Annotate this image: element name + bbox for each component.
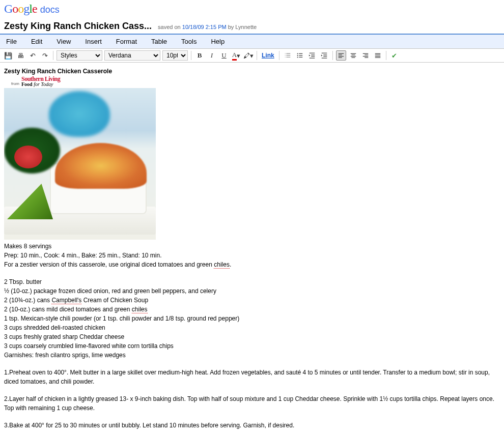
align-justify-icon[interactable] (373, 50, 383, 61)
save-info: saved on 10/18/09 2:15 PM by Lynnette (158, 24, 257, 30)
menu-table[interactable]: Table (149, 37, 169, 46)
menu-edit[interactable]: Edit (29, 37, 44, 46)
ingredient: 2 (10-oz.) cans mild diced tomatoes and … (4, 305, 500, 314)
separator (257, 51, 257, 60)
link-button[interactable]: Link (260, 50, 276, 61)
ingredient: 3 cups coarsely crumbled lime-flavored w… (4, 341, 500, 351)
saved-prefix: saved on (158, 24, 182, 30)
separator (332, 51, 333, 60)
docs-logo[interactable]: docs (40, 5, 60, 15)
text-color-button[interactable]: A▾ (231, 50, 241, 61)
separator (53, 51, 53, 60)
ingredient: 2 Tbsp. butter (4, 277, 500, 286)
recipe-photo (4, 88, 156, 240)
brand-logo: Southern Living Food for Today (21, 76, 60, 87)
from-label: from (11, 81, 19, 87)
print-icon[interactable]: 🖶 (15, 50, 25, 61)
recipe-title: Zesty King Ranch Chicken Casserole (4, 67, 500, 76)
menu-tools[interactable]: Tools (179, 37, 199, 46)
size-select[interactable]: 10pt (162, 50, 188, 61)
undo-icon[interactable]: ↶ (27, 50, 38, 61)
numbered-list-icon[interactable] (283, 50, 293, 61)
google-logo[interactable]: Google (4, 2, 37, 16)
document-title[interactable]: Zesty King Ranch Chicken Cass... (4, 21, 152, 32)
menu-format[interactable]: Format (114, 37, 139, 46)
ingredient: 3 cups shredded deli-roasted chicken (4, 323, 500, 332)
svg-point-0 (297, 53, 298, 54)
align-left-icon[interactable] (336, 50, 346, 61)
step: 2.Layer half of chicken in a lightly gre… (4, 394, 500, 413)
spellcheck-icon[interactable]: ✔ (389, 50, 400, 61)
menu-view[interactable]: View (54, 37, 73, 46)
servings: Makes 8 servings (4, 242, 500, 251)
logo-bar: Google docs (0, 0, 504, 18)
underline-button[interactable]: U (219, 50, 229, 61)
step: 1.Preheat oven to 400°. Melt butter in a… (4, 368, 500, 386)
ingredient: ½ (10-oz.) package frozen diced onion, r… (4, 286, 500, 296)
separator (386, 51, 386, 60)
svg-point-2 (297, 56, 298, 57)
save-icon[interactable]: 💾 (3, 50, 13, 61)
bullet-list-icon[interactable] (295, 50, 305, 61)
redo-icon[interactable]: ↷ (40, 50, 50, 61)
times: Prep: 10 min., Cook: 4 min., Bake: 25 mi… (4, 251, 500, 260)
toolbar: 💾 🖶 ↶ ↷ Styles Verdana 10pt B I U A▾ 🖍▾ … (0, 49, 504, 63)
svg-point-1 (297, 55, 298, 56)
indent-icon[interactable] (319, 50, 329, 61)
style-select[interactable]: Styles (57, 50, 102, 61)
menu-file[interactable]: File (4, 37, 19, 46)
saved-by: by Lynnette (227, 24, 257, 30)
font-select[interactable]: Verdana (104, 50, 160, 61)
source-block: from Southern Living Food for Today (4, 76, 500, 87)
align-center-icon[interactable] (348, 50, 358, 61)
title-bar: Zesty King Ranch Chicken Cass... saved o… (0, 18, 504, 34)
menu-help[interactable]: Help (209, 37, 227, 46)
step: 3.Bake at 400° for 25 to 30 minutes or u… (4, 421, 500, 430)
bold-button[interactable]: B (194, 50, 205, 61)
brand-bottom: Food for Today (21, 82, 60, 87)
italic-button[interactable]: I (207, 50, 217, 61)
note: For a zestier version of this casserole,… (4, 260, 500, 269)
document-body[interactable]: Zesty King Ranch Chicken Casserole from … (0, 63, 504, 434)
ingredient: 1 tsp. Mexican-style chili powder (or 1 … (4, 314, 500, 323)
menubar: File Edit View Insert Format Table Tools… (0, 35, 504, 49)
menu-insert[interactable]: Insert (83, 37, 104, 46)
highlight-button[interactable]: 🖍▾ (243, 50, 254, 61)
separator (279, 51, 279, 60)
ingredient: 3 cups freshly grated sharp Cheddar chee… (4, 332, 500, 341)
saved-date: 10/18/09 2:15 PM (182, 24, 227, 30)
outdent-icon[interactable] (307, 50, 317, 61)
ingredient: 2 (10¾-oz.) cans Campbell's Cream of Chi… (4, 296, 500, 305)
ingredient: Garnishes: fresh cilantro sprigs, lime w… (4, 351, 500, 360)
separator (191, 51, 191, 60)
align-right-icon[interactable] (360, 50, 371, 61)
